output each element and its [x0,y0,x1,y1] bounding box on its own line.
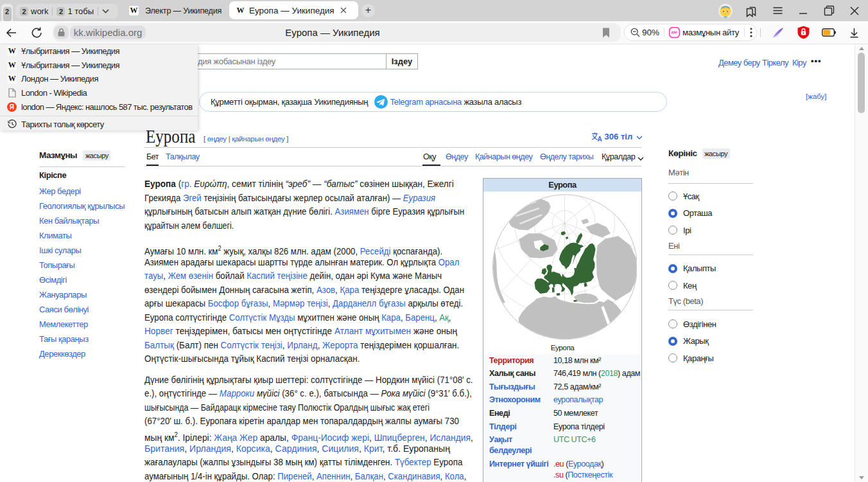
svg-text:A: A [598,136,602,142]
svg-text:Я: Я [10,103,14,111]
